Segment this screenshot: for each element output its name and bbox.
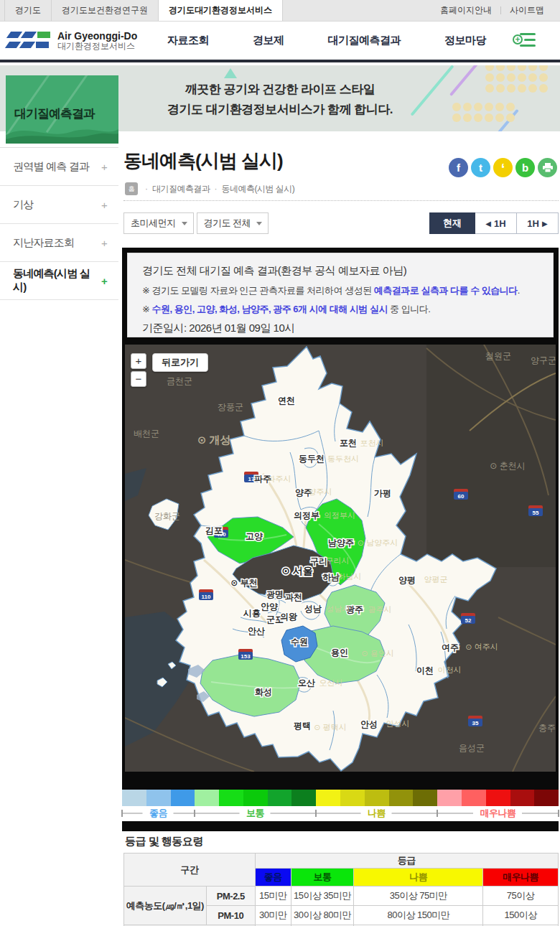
map-label: 장풍군	[218, 402, 243, 412]
legend-tick	[437, 810, 438, 817]
map-label: ⊙ 개성	[197, 434, 231, 446]
spacer	[283, 0, 431, 21]
utility-link[interactable]: 홈페이지안내	[431, 4, 500, 17]
blog-share-icon[interactable]: b	[515, 158, 535, 177]
sidebar-menu: 권역별 예측 결과+기상+지난자료조회+동네예측(시범 실시)+	[0, 147, 118, 300]
legend-color-segment	[122, 790, 146, 806]
sidebar-item[interactable]: 지난자료조회+	[0, 224, 118, 262]
logo-text: Air Gyeonggi-Do 대기환경정보서비스	[57, 30, 137, 52]
utility-bar: 경기도경기도보건환경연구원경기도대기환경정보서비스 홈페이지안내사이트맵	[0, 0, 560, 22]
breadcrumb-items: ·대기질예측결과·동네예측(시범 실시)	[141, 183, 294, 195]
map-label: 여주	[442, 642, 459, 653]
map-label: 구리시	[326, 556, 350, 565]
map-label: ⊙ 여주시	[465, 642, 498, 651]
map-back-button[interactable]: 뒤로가기	[152, 353, 208, 372]
breadcrumb: 홈 ·대기질예측결과·동네예측(시범 실시)	[125, 182, 294, 195]
sidebar-item[interactable]: 동네예측(시범 실시)+	[0, 262, 118, 300]
sidebar-item[interactable]: 권역별 예측 결과+	[0, 148, 118, 186]
legend-color-segment	[171, 790, 195, 806]
nav-item[interactable]: 경보제	[253, 34, 284, 47]
site-tab[interactable]: 경기도대기환경정보서비스	[159, 0, 283, 21]
triangle-deco	[224, 68, 237, 78]
legend-color-segment	[462, 790, 486, 806]
svg-text:35: 35	[472, 720, 479, 726]
aqi-legend-labels: 좋음보통나쁨매우나쁨	[122, 806, 559, 821]
site-tab[interactable]: 경기도보건환경연구원	[52, 0, 159, 21]
grade-table-title: 등급 및 행동요령	[125, 835, 203, 848]
legend-color-segment	[243, 790, 268, 806]
prev-hour-button[interactable]: ◀ 1H	[475, 212, 517, 234]
pm25-good: 15미만	[255, 887, 291, 906]
road-shield-icon: 52	[461, 613, 475, 624]
col-section-header: 구간	[124, 853, 256, 887]
svg-text:52: 52	[465, 617, 472, 624]
nav-item[interactable]: 정보마당	[444, 34, 486, 47]
pm10-good: 30미만	[255, 906, 291, 925]
legend-color-segment	[389, 790, 414, 806]
aqi-legend-bar	[122, 790, 559, 806]
sidebar-item-label: 지난자료조회	[13, 236, 74, 250]
legend-color-segment	[486, 790, 510, 806]
legend-color-segment	[437, 790, 462, 806]
legend-tick	[558, 810, 559, 817]
pollutant-select[interactable]: 초미세먼지	[123, 212, 194, 234]
current-button[interactable]: 현재	[429, 212, 475, 234]
legend-color-segment	[510, 790, 535, 806]
forecast-map[interactable]: 1740060551101535235 철원군양구군금천군장풍군배천군⊙ 개성⊙…	[125, 345, 556, 772]
map-label: ⊙ 춘천시	[490, 461, 525, 471]
map-label: 포천시	[360, 439, 384, 447]
utility-link[interactable]: 사이트맵	[501, 4, 553, 17]
map-zoom-out-button[interactable]: −	[131, 371, 146, 387]
facebook-share-icon[interactable]: f	[449, 158, 468, 177]
breadcrumb-item[interactable]: 대기질예측결과	[152, 184, 210, 194]
svg-text:60: 60	[458, 493, 465, 500]
legend-color-segment	[316, 790, 340, 806]
kakaostory-share-icon[interactable]: ,	[493, 158, 513, 177]
map-svg: 1740060551101535235 철원군양구군금천군장풍군배천군⊙ 개성⊙…	[125, 345, 556, 772]
svg-text:153: 153	[241, 653, 251, 660]
sidebar-item-label: 기상	[13, 198, 33, 212]
road-shield-icon: 60	[454, 489, 468, 500]
home-icon[interactable]: 홈	[125, 182, 138, 195]
time-controls: 현재 ◀ 1H 1H ▶	[429, 212, 559, 234]
map-label: 충주	[538, 723, 556, 733]
pm10-bad: 80이상 150미만	[354, 906, 483, 925]
map-zoom-in-button[interactable]: +	[131, 353, 146, 369]
right-arrow-icon: ▶	[542, 220, 548, 228]
site-tab[interactable]: 경기도	[4, 0, 52, 21]
expand-plus-icon: +	[101, 161, 107, 173]
print-share-icon[interactable]	[538, 158, 557, 177]
legend-label: 보통	[240, 806, 271, 820]
twitter-share-icon[interactable]: t	[471, 158, 490, 177]
grade-table: 구간 등급 좋음보통나쁨매우나쁨 예측농도(㎍/㎥,1일) PM-2.5 15미…	[123, 853, 559, 926]
forecast-panel: 경기도 전체 대기질 예측 결과(환경부 공식 예보자료 아님) ※ 경기도 모…	[122, 248, 559, 831]
legend-tick	[194, 810, 195, 817]
col-grade-header: 등급	[255, 853, 558, 869]
nav-item[interactable]: 대기질예측결과	[328, 34, 401, 47]
map-label: 포천	[340, 438, 357, 448]
page-title: 동네예측(시범 실시)	[123, 149, 283, 174]
breadcrumb-item[interactable]: 동네예측(시범 실시)	[222, 184, 295, 194]
all-menu-button[interactable]: +	[515, 32, 537, 49]
map-label: 금천군	[167, 376, 192, 386]
map-label: ⊙ 남양주시	[358, 538, 398, 547]
road-shield-icon: 35	[468, 716, 482, 726]
legend-color-segment	[413, 790, 437, 806]
map-label: 안산	[248, 626, 265, 636]
map-label: ⊙ 부천	[230, 578, 257, 588]
nav-item[interactable]: 자료조회	[167, 34, 209, 47]
site-tabs: 경기도경기도보건환경연구원경기도대기환경정보서비스	[0, 0, 283, 21]
map-label: 남양주	[328, 538, 354, 548]
legend-color-segment	[219, 790, 243, 806]
logo[interactable]: Air Gyeonggi-Do 대기환경정보서비스	[7, 29, 137, 52]
region-select[interactable]: 경기도 전체	[197, 212, 269, 234]
legend-color-segment	[195, 790, 219, 806]
map-label: 화성	[255, 687, 272, 697]
sidebar-item[interactable]: 기상+	[0, 186, 118, 224]
notice-box: 경기도 전체 대기질 예측 결과(환경부 공식 예보자료 아님) ※ 경기도 모…	[127, 253, 554, 337]
map-label: 수원	[291, 637, 308, 647]
share-buttons: ft,b	[449, 158, 557, 177]
crumb-separator: ·	[215, 184, 218, 194]
map-label: 광주시	[368, 605, 392, 614]
next-hour-button[interactable]: 1H ▶	[517, 212, 559, 234]
